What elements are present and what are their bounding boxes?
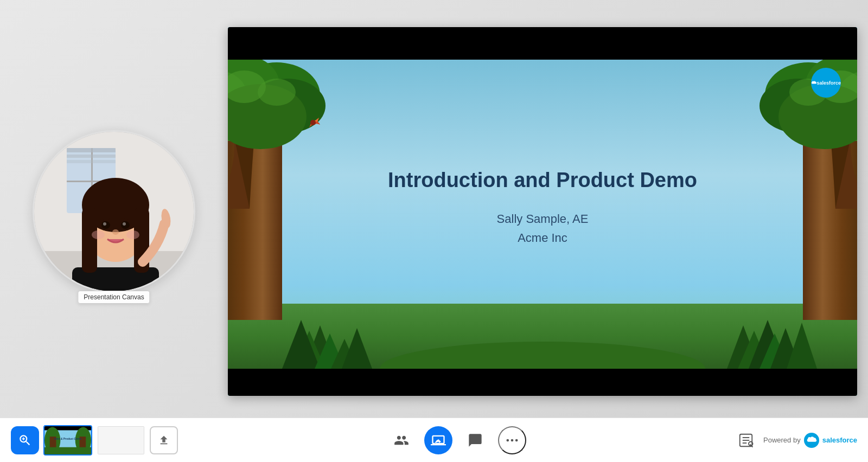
slide-thumbnail-1[interactable]: Intro & Product Demo bbox=[43, 425, 92, 455]
toolbar-left: Intro & Product Demo bbox=[11, 425, 178, 455]
svg-point-32 bbox=[310, 120, 316, 125]
powered-by-section: Powered by salesforce bbox=[763, 433, 857, 448]
salesforce-label: salesforce bbox=[822, 436, 857, 444]
svg-rect-6 bbox=[67, 155, 116, 158]
svg-point-18 bbox=[123, 222, 126, 226]
svg-point-67 bbox=[510, 439, 513, 441]
salesforce-logo: salesforce bbox=[811, 68, 841, 98]
toolbar-center bbox=[183, 426, 730, 454]
svg-point-17 bbox=[103, 222, 106, 226]
svg-rect-64 bbox=[44, 447, 91, 454]
speaker-panel: Presentation Canvas bbox=[11, 27, 217, 396]
transcript-button[interactable] bbox=[735, 429, 757, 451]
svg-rect-5 bbox=[67, 148, 116, 152]
slide-thumbnail-2[interactable] bbox=[97, 425, 145, 455]
presentation-slide: salesforce bbox=[228, 27, 857, 396]
svg-point-66 bbox=[506, 439, 509, 441]
chat-button[interactable] bbox=[461, 426, 489, 454]
ground bbox=[228, 304, 857, 369]
speaker-avatar bbox=[33, 130, 195, 293]
svg-text:Intro & Product Demo: Intro & Product Demo bbox=[54, 438, 81, 440]
toolbar-right: Powered by salesforce bbox=[735, 429, 857, 451]
slide-text-content: Introduction and Product Demo Sally Samp… bbox=[388, 168, 697, 247]
svg-point-20 bbox=[92, 230, 105, 239]
powered-by-label: Powered by bbox=[763, 436, 801, 444]
presentation-canvas-tooltip: Presentation Canvas bbox=[78, 291, 150, 304]
slide-presenter: Sally Sample, AE bbox=[388, 209, 697, 228]
svg-point-54 bbox=[380, 342, 705, 369]
salesforce-badge bbox=[804, 433, 819, 448]
slide-top-bar bbox=[228, 27, 857, 60]
slide-bottom-bar bbox=[228, 369, 857, 396]
svg-point-31 bbox=[258, 79, 296, 106]
svg-point-19 bbox=[112, 229, 119, 235]
upload-button[interactable] bbox=[150, 426, 178, 454]
participants-button[interactable] bbox=[387, 426, 416, 454]
slide-title-text: Introduction and Product Demo bbox=[388, 168, 697, 193]
svg-rect-13 bbox=[82, 208, 97, 273]
zoom-button[interactable] bbox=[11, 426, 39, 454]
bottom-toolbar: Intro & Product Demo bbox=[0, 418, 868, 462]
svg-rect-7 bbox=[67, 160, 116, 163]
svg-point-21 bbox=[126, 230, 139, 239]
slide-frame: salesforce bbox=[228, 27, 857, 396]
svg-point-68 bbox=[515, 439, 518, 441]
main-content-area: Presentation Canvas salesforce bbox=[0, 0, 868, 418]
share-screen-button[interactable] bbox=[424, 426, 452, 454]
slide-company: Acme Inc bbox=[388, 228, 697, 247]
more-button[interactable] bbox=[498, 426, 526, 454]
